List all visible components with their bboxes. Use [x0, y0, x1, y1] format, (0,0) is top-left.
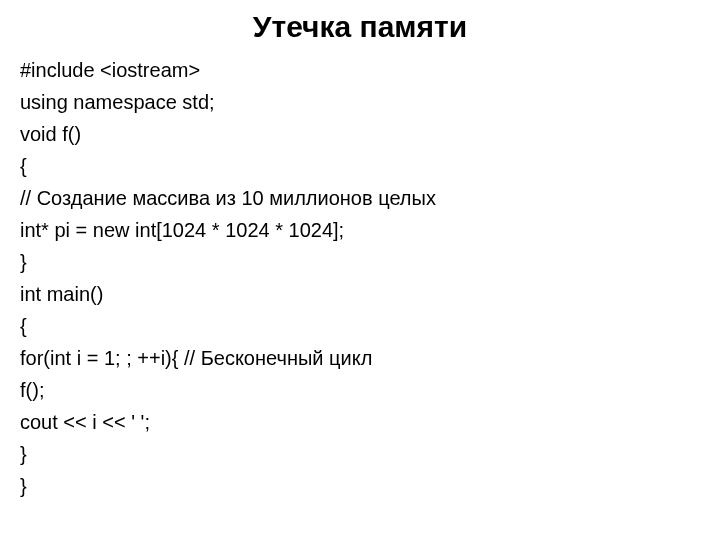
code-line-9: {	[20, 310, 700, 342]
code-line-2: using namespace std;	[20, 86, 700, 118]
code-line-11: f();	[20, 374, 700, 406]
slide-title: Утечка памяти	[20, 10, 700, 44]
code-line-13: }	[20, 438, 700, 470]
code-line-6: int* pi = new int[1024 * 1024 * 1024];	[20, 214, 700, 246]
code-line-4: {	[20, 150, 700, 182]
code-line-10: for(int i = 1; ; ++i){ // Бесконечный ци…	[20, 342, 700, 374]
code-line-12: cout << i << ' ';	[20, 406, 700, 438]
code-line-7: }	[20, 246, 700, 278]
code-line-1: #include <iostream>	[20, 54, 700, 86]
code-line-8: int main()	[20, 278, 700, 310]
code-line-3: void f()	[20, 118, 700, 150]
code-line-5: // Создание массива из 10 миллионов целы…	[20, 182, 700, 214]
code-line-14: }	[20, 470, 700, 502]
